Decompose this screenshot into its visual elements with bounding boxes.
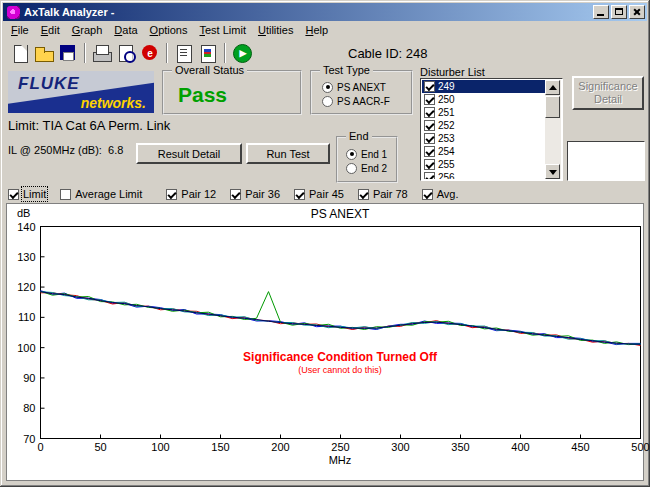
series-pair-36 — [41, 293, 641, 346]
y-tick-label: 140 — [17, 221, 35, 233]
insertion-loss-label: IL @ 250MHz (dB): 6.8 — [8, 144, 123, 156]
test-type-radios: PS ANEXTPS AACR-F — [322, 80, 390, 108]
end-group: End End 1End 2 — [336, 136, 398, 183]
overall-status-label: Overall Status — [172, 64, 247, 76]
menu-item-edit[interactable]: Edit — [35, 22, 66, 38]
checkbox-pair-78[interactable]: Pair 78 — [358, 188, 408, 200]
save-icon[interactable] — [57, 42, 79, 64]
y-tick-label: 100 — [17, 342, 35, 354]
radio-end-1[interactable]: End 1 — [346, 147, 387, 161]
radio-dot-icon — [346, 149, 357, 160]
disturber-row-256[interactable]: 256 — [422, 171, 545, 179]
series-pair-12 — [41, 291, 641, 345]
disturber-row-252[interactable]: 252 — [422, 119, 545, 132]
checkbox-icon — [230, 189, 241, 200]
test-type-label: Test Type — [320, 64, 373, 76]
toolbar-separator — [224, 43, 226, 63]
checkbox-icon — [424, 159, 435, 170]
checkbox-icon — [424, 120, 435, 131]
disturber-row-249[interactable]: 249 — [422, 80, 545, 93]
checkbox-icon — [166, 189, 177, 200]
series-pair-45 — [41, 291, 641, 344]
x-tick-label: 400 — [511, 441, 529, 453]
toolbar: e▶ Cable ID: 248 — [3, 39, 647, 67]
end-radios: End 1End 2 — [346, 147, 387, 175]
letter-e-icon[interactable]: e — [139, 42, 161, 64]
toolbar-separator — [84, 43, 86, 63]
menu-item-file[interactable]: File — [5, 22, 35, 38]
test-type-group: Test Type PS ANEXTPS AACR-F — [310, 70, 413, 115]
close-icon — [630, 6, 644, 18]
y-tick-label: 110 — [18, 311, 36, 323]
radio-ps-anext[interactable]: PS ANEXT — [322, 80, 390, 94]
fluke-networks-logo: FLUKE networks. — [8, 71, 154, 113]
x-tick-label: 450 — [571, 441, 589, 453]
menu-item-help[interactable]: Help — [299, 22, 334, 38]
toolbar-icons: e▶ — [8, 41, 254, 65]
scroll-down-button[interactable] — [545, 164, 560, 179]
run-test-button[interactable]: Run Test — [246, 143, 330, 164]
toolbar-separator — [166, 43, 168, 63]
result-detail-button[interactable]: Result Detail — [136, 143, 242, 164]
titlebar[interactable]: AxTalk Analyzer - — [3, 3, 647, 21]
checkbox-icon — [424, 107, 435, 118]
annotation-line2: (User cannot do this) — [40, 365, 640, 375]
arrow-down-icon — [549, 170, 557, 175]
menu-item-options[interactable]: Options — [144, 22, 194, 38]
end-label: End — [346, 130, 372, 142]
print-icon[interactable] — [91, 42, 113, 64]
chart-annotation: Significance Condition Turned Off (User … — [40, 350, 640, 375]
radio-dot-icon — [346, 163, 357, 174]
disturber-list-label: Disturber List — [420, 66, 485, 78]
x-tick-label: 350 — [451, 441, 469, 453]
report-icon[interactable] — [197, 42, 219, 64]
ps-anext-chart: 0501001502002503003504004505007080901001… — [7, 216, 645, 462]
checkbox-average-limit[interactable]: Average Limit — [60, 188, 142, 200]
pair-checkbox-row: LimitAverage LimitPair 12Pair 36Pair 45P… — [8, 186, 473, 202]
new-icon[interactable] — [9, 42, 31, 64]
scroll-up-button[interactable] — [545, 80, 560, 95]
radio-end-2[interactable]: End 2 — [346, 161, 387, 175]
disturber-row-255[interactable]: 255 — [422, 158, 545, 171]
checkbox-avg[interactable]: Avg. — [422, 188, 459, 200]
minimize-icon — [597, 14, 604, 16]
minimize-button[interactable] — [593, 5, 609, 19]
close-button[interactable] — [629, 5, 645, 19]
notes-icon[interactable] — [173, 42, 195, 64]
radio-ps-aacr-f[interactable]: PS AACR-F — [322, 94, 390, 108]
checkbox-pair-36[interactable]: Pair 36 — [230, 188, 280, 200]
open-icon[interactable] — [33, 42, 55, 64]
window-title: AxTalk Analyzer - — [24, 6, 593, 18]
disturber-row-254[interactable]: 254 — [422, 145, 545, 158]
preview-icon[interactable] — [115, 42, 137, 64]
chart-panel: PS ANEXT dB 0501001502002503003504004505… — [6, 203, 644, 481]
x-tick-label: 300 — [391, 441, 409, 453]
x-tick-label: 0 — [37, 441, 43, 453]
menu-item-test-limit[interactable]: Test Limit — [193, 22, 251, 38]
radio-dot-icon — [322, 96, 333, 107]
app-window: AxTalk Analyzer - FileEditGraphDataOptio… — [0, 0, 650, 487]
disturber-scrollbar[interactable] — [545, 80, 561, 179]
message-box — [567, 141, 645, 181]
run-icon[interactable]: ▶ — [231, 42, 253, 64]
checkbox-icon — [8, 189, 19, 200]
menu-item-utilities[interactable]: Utilities — [252, 22, 299, 38]
x-tick-label: 150 — [211, 441, 229, 453]
disturber-row-251[interactable]: 251 — [422, 106, 545, 119]
maximize-button[interactable] — [611, 5, 627, 19]
menu-item-graph[interactable]: Graph — [66, 22, 109, 38]
menu-bar: FileEditGraphDataOptionsTest LimitUtilit… — [3, 21, 647, 39]
checkbox-icon — [294, 189, 305, 200]
menu-item-data[interactable]: Data — [108, 22, 143, 38]
disturber-row-250[interactable]: 250 — [422, 93, 545, 106]
y-tick-label: 70 — [23, 433, 35, 445]
window-controls — [593, 5, 645, 19]
checkbox-pair-12[interactable]: Pair 12 — [166, 188, 216, 200]
checkbox-pair-45[interactable]: Pair 45 — [294, 188, 344, 200]
checkbox-limit[interactable]: Limit — [8, 188, 46, 200]
checkbox-icon — [60, 189, 71, 200]
overall-status-value: Pass — [178, 83, 227, 107]
scroll-thumb[interactable] — [545, 96, 560, 118]
disturber-row-253[interactable]: 253 — [422, 132, 545, 145]
radio-dot-icon — [322, 82, 333, 93]
